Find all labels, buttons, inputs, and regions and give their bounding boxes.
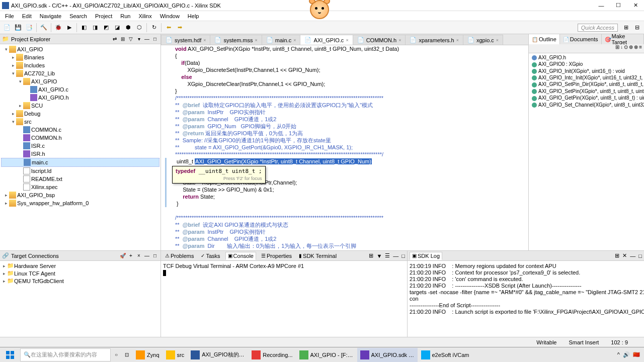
maximize-icon[interactable]: □ bbox=[151, 252, 158, 259]
tree-item[interactable]: ISR.c bbox=[1, 142, 159, 150]
minimize-icon[interactable]: — bbox=[143, 36, 150, 43]
minimize-icon[interactable]: — bbox=[630, 253, 635, 259]
taskbar-item[interactable]: src bbox=[163, 348, 188, 362]
tree-item[interactable]: ▸Debug bbox=[1, 110, 159, 118]
minimize-icon[interactable]: — bbox=[393, 253, 398, 259]
task-view-icon[interactable]: ⊡ bbox=[122, 348, 132, 362]
outline-tool-icon[interactable]: ⊕ bbox=[629, 44, 633, 53]
outline-item[interactable]: AXI_GPIO0 : XGpio bbox=[530, 61, 643, 67]
filter-icon[interactable]: ▽ bbox=[127, 36, 134, 43]
menu-navigate[interactable]: Navigate bbox=[37, 12, 64, 20]
properties-tab[interactable]: ☰ Properties bbox=[259, 252, 294, 259]
tree-item[interactable]: ▸📁 Hardware Server bbox=[1, 262, 159, 269]
menu-icon[interactable]: ▾ bbox=[135, 36, 142, 43]
save-all-button[interactable]: 📑 bbox=[24, 23, 34, 33]
menu-run[interactable]: Run bbox=[117, 12, 133, 20]
tree-item[interactable]: ISR.h bbox=[1, 150, 159, 158]
editor-tab[interactable]: 📄COMMON.h× bbox=[353, 35, 406, 45]
tool-icon[interactable]: ⬡ bbox=[134, 23, 144, 33]
outline-tool-icon[interactable]: ⊗ bbox=[634, 44, 638, 53]
perspective-icon[interactable]: ⊞ bbox=[621, 23, 631, 33]
tree-item[interactable]: AXI_GPIO.c bbox=[1, 85, 159, 94]
tree-item[interactable]: ▸AXI_GPIO_bsp bbox=[1, 191, 159, 199]
console-tool-icon[interactable]: ☰ bbox=[385, 252, 390, 259]
tree-item[interactable]: lscript.ld bbox=[1, 167, 159, 175]
outline-tab[interactable]: 📋 Outline bbox=[529, 34, 560, 44]
maximize-icon[interactable]: □ bbox=[151, 36, 158, 43]
outline-tool-icon[interactable]: ↓ bbox=[620, 44, 623, 53]
tree-item[interactable]: ▾AXI_GPIO bbox=[1, 45, 159, 53]
menu-project[interactable]: Project bbox=[92, 12, 115, 20]
back-button[interactable]: ⬅ bbox=[164, 23, 174, 33]
project-tree[interactable]: ▾AXI_GPIO▸Binaries▸Includes▾ACZ702_Lib▾A… bbox=[0, 44, 160, 250]
menu-edit[interactable]: Edit bbox=[19, 12, 35, 20]
outline-list[interactable]: AXI_GPIO.hAXI_GPIO0 : XGpioAXI_GPIO_Init… bbox=[529, 53, 644, 250]
target-tree[interactable]: ▸📁 Hardware Server ▸📁 Linux TCF Agent ▸📁… bbox=[0, 261, 160, 337]
editor-tab[interactable]: 📄AXI_GPIO.c× bbox=[300, 35, 353, 45]
tree-item[interactable]: COMMON.c bbox=[1, 126, 159, 134]
new-button[interactable]: 📄 bbox=[2, 23, 12, 33]
refresh-icon[interactable]: ↻ bbox=[149, 23, 159, 33]
outline-item[interactable]: AXI_GPIO_Intc_Init(XGpio*, uint16_t, uin… bbox=[530, 74, 643, 81]
cortana-icon[interactable]: ○ bbox=[112, 348, 121, 362]
collapse-all-icon[interactable]: ⇄ bbox=[111, 36, 118, 43]
editor-tab[interactable]: 📄xgpio.c× bbox=[463, 35, 503, 45]
editor-tab[interactable]: 📄main.c× bbox=[262, 35, 301, 45]
outline-tool-icon[interactable]: ⊙ bbox=[624, 44, 628, 53]
code-editor[interactable]: void AXI_GPIO_SetPin(XGpio *InstPtr, uin… bbox=[161, 45, 528, 250]
build-button[interactable]: 🔨 bbox=[39, 23, 49, 33]
menu-window[interactable]: Window bbox=[157, 12, 183, 20]
editor-tab[interactable]: 📄system.mss× bbox=[210, 35, 262, 45]
maximize-icon[interactable]: □ bbox=[638, 253, 642, 259]
documents-tab[interactable]: 📄 Documents bbox=[560, 34, 602, 44]
outline-item[interactable]: AXI_GPIO_Set_Channel(XGpio*, uint8_t, ui… bbox=[530, 102, 643, 108]
tree-item[interactable]: ▸Includes bbox=[1, 61, 159, 69]
tool-icon[interactable]: 🚀 bbox=[119, 252, 126, 259]
tree-item[interactable]: ▾src bbox=[1, 118, 159, 126]
tree-item[interactable]: COMMON.h bbox=[1, 134, 159, 142]
tool-icon[interactable]: + bbox=[127, 252, 134, 259]
tree-item[interactable]: main.c bbox=[1, 158, 159, 167]
tray-icon[interactable]: 🔊 bbox=[623, 351, 630, 358]
outline-tool-icon[interactable]: ≡ bbox=[639, 44, 642, 53]
tool-icon[interactable]: ◩ bbox=[101, 23, 111, 33]
tool-icon[interactable]: × bbox=[135, 252, 142, 259]
tool-icon[interactable]: ◪ bbox=[112, 23, 122, 33]
console-content[interactable]: TCF Debug Virtual Terminal - ARM Cortex-… bbox=[161, 261, 407, 337]
sdk-log-tab[interactable]: ▣ SDK Log bbox=[410, 252, 442, 260]
maximize-icon[interactable]: □ bbox=[401, 253, 405, 259]
close-button[interactable]: ✕ bbox=[629, 1, 642, 10]
outline-tool-icon[interactable]: ⊞ bbox=[615, 44, 619, 53]
tree-item[interactable]: ▾AXI_GPIO bbox=[1, 77, 159, 85]
menu-file[interactable]: File bbox=[2, 12, 17, 20]
taskbar-item[interactable]: Recording... bbox=[249, 348, 295, 362]
perspective-icon[interactable]: ⊟ bbox=[632, 23, 642, 33]
taskbar-item[interactable]: Zynq bbox=[133, 348, 162, 362]
start-button[interactable] bbox=[1, 348, 19, 362]
editor-tab[interactable]: 📄system.hdf× bbox=[161, 35, 210, 45]
run-button[interactable]: ▶ bbox=[64, 23, 74, 33]
minimize-button[interactable]: — bbox=[595, 1, 608, 10]
taskbar-item[interactable]: AXI_GPIO - [F:/Xil... bbox=[296, 348, 357, 362]
tool-icon[interactable]: ✕ bbox=[622, 252, 627, 259]
menu-help[interactable]: Help bbox=[185, 12, 202, 20]
tree-item[interactable]: ▸Binaries bbox=[1, 53, 159, 61]
taskbar-item[interactable]: e2eSoft iVCam bbox=[418, 348, 472, 362]
sdk-terminal-tab[interactable]: ▮ SDK Terminal bbox=[297, 252, 339, 259]
console-tab[interactable]: ▣ Console bbox=[225, 252, 256, 260]
make-target-tab[interactable]: 🎯 Make Target bbox=[602, 34, 645, 44]
search-input[interactable]: 🔍 在这里输入你要搜索的内容 bbox=[20, 348, 111, 361]
save-button[interactable]: 💾 bbox=[13, 23, 23, 33]
outline-item[interactable]: AXI_GPIO.h bbox=[530, 54, 643, 61]
forward-button[interactable]: ➡ bbox=[175, 23, 185, 33]
taskbar-item[interactable]: AXI_GPIO.sdk - C... bbox=[357, 348, 418, 362]
outline-item[interactable]: AXI_GPIO_Init(XGpio*, uint16_t) : void bbox=[530, 68, 643, 74]
console-tool-icon[interactable]: ⊞ bbox=[369, 252, 373, 259]
tree-item[interactable]: Xilinx.spec bbox=[1, 183, 159, 191]
tray-icon[interactable]: 🇨🇳 bbox=[633, 351, 640, 358]
tree-item[interactable]: ▸SCU bbox=[1, 102, 159, 110]
quick-access-input[interactable]: Quick Access bbox=[578, 24, 618, 32]
tool-icon[interactable]: ◧ bbox=[79, 23, 89, 33]
tree-item[interactable]: ▸📁 Linux TCF Agent bbox=[1, 269, 159, 277]
menu-search[interactable]: Search bbox=[66, 12, 90, 20]
